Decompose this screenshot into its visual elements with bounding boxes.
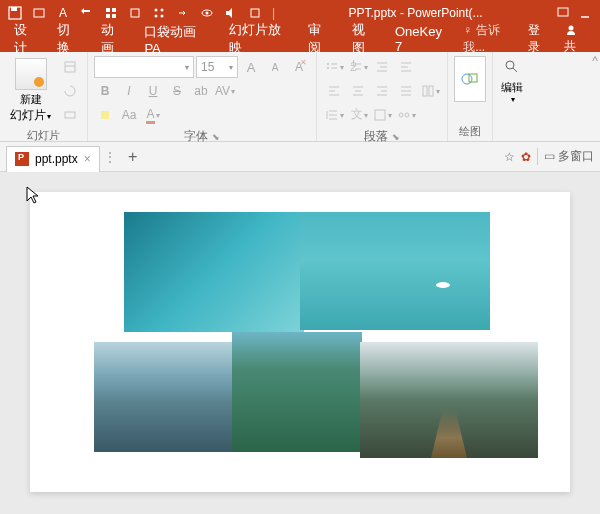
group-label: 字体 ⬊ <box>94 126 310 145</box>
svg-rect-6 <box>106 14 110 18</box>
tab-pocket[interactable]: 口袋动画 PA <box>134 26 219 52</box>
qat-icon[interactable] <box>124 2 146 24</box>
smartart-icon[interactable]: ▾ <box>395 104 417 126</box>
numbering-icon[interactable]: 12▾ <box>347 56 369 78</box>
group-label <box>499 125 525 139</box>
tell-me-search[interactable]: ♀ 告诉我... <box>463 22 516 56</box>
tab-menu-icon[interactable]: ⋮ <box>104 150 116 164</box>
grow-font-icon[interactable]: A <box>240 56 262 78</box>
svg-rect-22 <box>101 111 109 119</box>
minimize-icon[interactable] <box>574 2 596 24</box>
login-button[interactable]: 登录 <box>520 22 558 56</box>
font-size-combo[interactable]: 15▾ <box>196 56 238 78</box>
font-name-combo[interactable]: ▾ <box>94 56 194 78</box>
align-right-icon[interactable] <box>371 80 393 102</box>
bold-button[interactable]: B <box>94 80 116 102</box>
svg-rect-21 <box>65 112 75 118</box>
columns-icon[interactable]: ▾ <box>419 80 441 102</box>
search-icon <box>503 58 521 76</box>
svg-rect-4 <box>106 8 110 12</box>
cursor-icon <box>26 186 42 206</box>
tab-animation[interactable]: 动画 <box>91 26 134 52</box>
ribbon-options-icon[interactable] <box>552 2 574 24</box>
edit-button[interactable]: 编辑 ▾ <box>499 56 525 106</box>
group-paragraph: ▾ 12▾ ▾ ▾ 文▾ ▾ ▾ 段落 ⬊ <box>317 52 448 141</box>
group-editing: 编辑 ▾ <box>493 52 531 141</box>
svg-point-57 <box>405 113 409 117</box>
svg-text:2: 2 <box>350 60 357 74</box>
group-label: 绘图 <box>454 122 486 139</box>
svg-point-9 <box>155 9 158 12</box>
new-slide-button[interactable]: 新建 幻灯片▾ <box>6 56 55 126</box>
tab-slideshow[interactable]: 幻灯片放映 <box>219 26 298 52</box>
multiwindow-button[interactable]: ▭ 多窗口 <box>537 148 594 165</box>
tab-onekey[interactable]: OneKey 7 <box>385 26 457 52</box>
tab-transition[interactable]: 切换 <box>47 26 90 52</box>
close-tab-icon[interactable]: × <box>84 152 91 166</box>
svg-rect-8 <box>131 9 139 17</box>
new-tab-button[interactable]: + <box>122 146 144 168</box>
reset-icon[interactable] <box>59 80 81 102</box>
align-center-icon[interactable] <box>347 80 369 102</box>
image-ocean-1[interactable] <box>124 212 304 332</box>
section-icon[interactable] <box>59 104 81 126</box>
slide-options <box>59 56 81 126</box>
layout-icon[interactable] <box>59 56 81 78</box>
clear-format-icon[interactable]: A✕ <box>288 56 310 78</box>
svg-point-12 <box>161 15 164 18</box>
separator: | <box>272 6 275 20</box>
tab-view[interactable]: 视图 <box>342 26 385 52</box>
svg-rect-50 <box>429 86 433 96</box>
line-spacing-icon[interactable]: ▾ <box>323 104 345 126</box>
highlight-button[interactable] <box>94 104 116 126</box>
slide-canvas[interactable] <box>0 172 600 514</box>
image-ocean-boat[interactable] <box>300 212 490 330</box>
strike-button[interactable]: S <box>166 80 188 102</box>
eye-icon[interactable] <box>196 2 218 24</box>
svg-point-25 <box>327 67 329 69</box>
svg-point-23 <box>327 63 329 65</box>
shrink-font-icon[interactable]: A <box>264 56 286 78</box>
italic-button[interactable]: I <box>118 80 140 102</box>
spacing-button[interactable]: AV▾ <box>214 80 236 102</box>
shadow-button[interactable]: ab <box>190 80 212 102</box>
group-drawing: 绘图 <box>448 52 493 141</box>
group-slides: 新建 幻灯片▾ 幻灯片 <box>0 52 88 141</box>
bullets-icon[interactable]: ▾ <box>323 56 345 78</box>
qat-icon[interactable] <box>148 2 170 24</box>
svg-point-10 <box>161 9 164 12</box>
powerpoint-icon <box>15 152 29 166</box>
settings-icon[interactable]: ✿ <box>521 150 531 164</box>
case-button[interactable]: Aa <box>118 104 140 126</box>
group-font: ▾ 15▾ A A A✕ B I U S ab AV▾ Aa A▾ 字体 ⬊ <box>88 52 317 141</box>
document-tab[interactable]: ppt.pptx × <box>6 146 100 172</box>
tab-design[interactable]: 设计 <box>4 26 47 52</box>
font-color-button[interactable]: A▾ <box>142 104 164 126</box>
svg-rect-5 <box>112 8 116 12</box>
underline-button[interactable]: U <box>142 80 164 102</box>
share-button[interactable]: 共 <box>558 23 596 55</box>
image-fjord-dock[interactable] <box>360 342 538 458</box>
collapse-ribbon-icon[interactable]: ^ <box>590 52 600 141</box>
arrow-icon[interactable] <box>172 2 194 24</box>
svg-rect-19 <box>65 62 75 72</box>
indent-left-icon[interactable] <box>371 56 393 78</box>
group-label: 幻灯片 <box>6 126 81 143</box>
svg-point-14 <box>206 12 209 15</box>
ribbon-tabs: 设计 切换 动画 口袋动画 PA 幻灯片放映 审阅 视图 OneKey 7 ♀ … <box>0 26 600 52</box>
slide[interactable] <box>30 192 570 492</box>
pin-icon[interactable]: ☆ <box>504 150 515 164</box>
svg-point-60 <box>506 61 514 69</box>
justify-icon[interactable] <box>395 80 417 102</box>
svg-point-18 <box>568 26 573 31</box>
text-direction-icon[interactable]: 文▾ <box>347 104 369 126</box>
align-text-icon[interactable]: ▾ <box>371 104 393 126</box>
shapes-gallery[interactable] <box>454 56 486 102</box>
align-left-icon[interactable] <box>323 80 345 102</box>
svg-point-11 <box>155 15 158 18</box>
indent-right-icon[interactable] <box>395 56 417 78</box>
new-slide-icon <box>15 58 47 90</box>
image-tropical[interactable] <box>232 332 362 452</box>
tab-review[interactable]: 审阅 <box>298 26 341 52</box>
group-label: 段落 ⬊ <box>323 126 441 145</box>
